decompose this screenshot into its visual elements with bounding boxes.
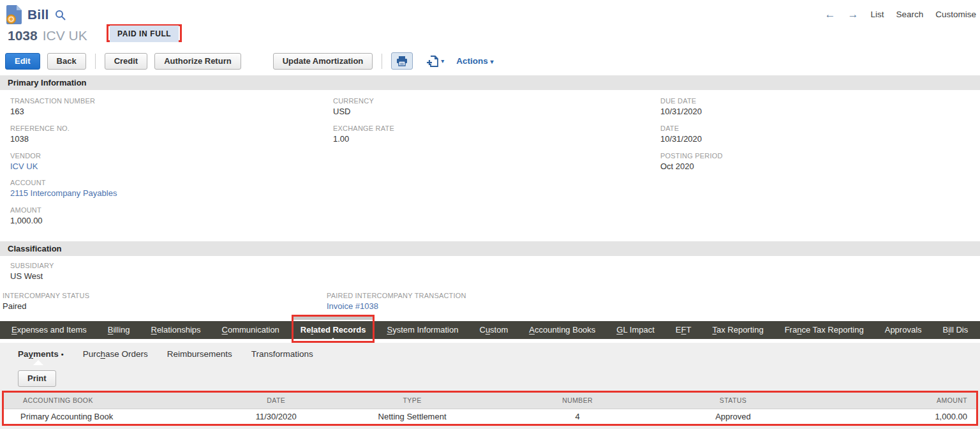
col-accounting-book: ACCOUNTING BOOK	[4, 393, 218, 409]
field-due-date: DUE DATE 10/31/2020	[660, 97, 702, 116]
subtab-payments[interactable]: Payments•	[18, 349, 64, 359]
toolbar: Edit Back Credit Authorize Return Update…	[5, 52, 494, 70]
related-records-panel: Payments• Purchase Orders Reimbursements…	[0, 343, 980, 429]
bill-record-page: Bill ← → List Search Customise 1038 ICV …	[0, 0, 980, 429]
tab-relationships[interactable]: Relationships	[151, 321, 200, 339]
tab-approvals[interactable]: Approvals	[885, 321, 922, 339]
cell-status: Approved	[665, 409, 801, 424]
paired-invoice-link[interactable]: Invoice #1038	[327, 301, 466, 311]
credit-button[interactable]: Credit	[105, 53, 148, 70]
tab-system-information[interactable]: System Information	[387, 321, 458, 339]
cell-number: 4	[490, 409, 665, 424]
record-tabbar: Expenses and Items Billing Relationships…	[0, 321, 980, 339]
field-transaction-number: TRANSACTION NUMBER 163	[10, 97, 95, 116]
search-link[interactable]: Search	[896, 10, 923, 19]
authorize-return-button[interactable]: Authorize Return	[154, 53, 241, 70]
tab-custom[interactable]: Custom	[479, 321, 508, 339]
payments-table: ACCOUNTING BOOK DATE TYPE NUMBER STATUS …	[4, 393, 976, 424]
tab-related-records[interactable]: Related Records	[301, 321, 366, 339]
col-type: TYPE	[334, 393, 490, 409]
print-button[interactable]: Print	[18, 370, 56, 387]
forward-arrow-icon[interactable]: →	[847, 9, 858, 20]
tab-communication[interactable]: Communication	[222, 321, 279, 339]
tab-tax-reporting[interactable]: Tax Reporting	[712, 321, 763, 339]
field-currency: CURRENCY USD	[333, 97, 374, 116]
record-type-title: Bill	[27, 7, 48, 22]
print-icon[interactable]	[391, 52, 413, 70]
payments-table-annotation-box: ACCOUNTING BOOK DATE TYPE NUMBER STATUS …	[2, 391, 978, 426]
active-subtab-bullet: •	[61, 350, 64, 358]
active-tab-pointer	[329, 338, 338, 343]
account-link[interactable]: 2115 Intercompany Payables	[10, 188, 117, 198]
primary-information-header[interactable]: Primary Information	[0, 75, 980, 90]
toolbar-separator	[382, 54, 382, 69]
app-header: Bill	[6, 5, 66, 24]
field-intercompany-status: INTERCOMPANY STATUS Paired	[3, 292, 89, 311]
col-status: STATUS	[665, 393, 801, 409]
field-paired-intercompany-transaction: PAIRED INTERCOMPANY TRANSACTION Invoice …	[327, 292, 466, 311]
toolbar-separator	[95, 54, 96, 69]
back-arrow-icon[interactable]: ←	[824, 9, 835, 20]
header-nav: ← → List Search Customise	[824, 9, 976, 20]
bill-record-icon	[6, 5, 22, 24]
search-icon[interactable]	[55, 10, 66, 20]
col-date: DATE	[218, 393, 334, 409]
field-amount: AMOUNT 1,000.00	[10, 206, 43, 225]
field-vendor: VENDOR ICV UK	[10, 152, 41, 171]
chevron-down-icon: ▾	[491, 58, 494, 65]
classification-header[interactable]: Classification	[0, 241, 980, 256]
update-amortization-button[interactable]: Update Amortization	[273, 53, 373, 70]
tab-accounting-books[interactable]: Accounting Books	[529, 321, 595, 339]
status-stamp: PAID IN FULL	[110, 26, 179, 42]
record-title-row: 1038 ICV UK PAID IN FULL	[8, 28, 87, 43]
field-reference-no: REFERENCE NO. 1038	[10, 124, 70, 144]
transaction-number-title: 1038	[8, 28, 38, 43]
add-record-icon	[426, 55, 439, 68]
actions-menu-button[interactable]: Actions ▾	[456, 56, 493, 66]
cell-amount: 1,000.00	[801, 409, 976, 424]
field-account: ACCOUNT 2115 Intercompany Payables	[10, 179, 117, 198]
vendor-link[interactable]: ICV UK	[10, 162, 41, 171]
field-date: DATE 10/31/2020	[660, 124, 702, 144]
table-header-row: ACCOUNTING BOOK DATE TYPE NUMBER STATUS …	[4, 393, 976, 409]
paid-in-full-annotation-box: PAID IN FULL	[107, 24, 182, 42]
active-subtab-pointer	[33, 360, 43, 365]
cell-type: Netting Settlement	[334, 409, 490, 424]
entity-title: ICV UK	[43, 28, 87, 43]
col-number: NUMBER	[490, 393, 665, 409]
tab-eft[interactable]: EFT	[676, 321, 692, 339]
chevron-down-icon: ▾	[441, 58, 444, 64]
cell-date-link[interactable]: 11/30/2020	[218, 409, 334, 424]
tab-bill-distributions[interactable]: Bill Dis	[943, 321, 969, 339]
edit-button[interactable]: Edit	[5, 53, 40, 70]
subtab-transformations[interactable]: Transformations	[251, 349, 313, 359]
back-button[interactable]: Back	[47, 53, 86, 70]
list-link[interactable]: List	[870, 10, 884, 19]
cell-accounting-book: Primary Accounting Book	[4, 409, 218, 424]
field-exchange-rate: EXCHANGE RATE 1.00	[333, 124, 394, 144]
tab-expenses-and-items[interactable]: Expenses and Items	[11, 321, 87, 339]
tab-france-tax-reporting[interactable]: France Tax Reporting	[785, 321, 864, 339]
field-subsidiary: SUBSIDIARY US West	[10, 262, 54, 281]
subtab-purchase-orders[interactable]: Purchase Orders	[83, 349, 148, 359]
tab-billing[interactable]: Billing	[108, 321, 130, 339]
related-records-subtabs: Payments• Purchase Orders Reimbursements…	[18, 349, 313, 359]
col-amount: AMOUNT	[801, 393, 976, 409]
table-row: Primary Accounting Book 11/30/2020 Netti…	[4, 409, 976, 424]
subtab-reimbursements[interactable]: Reimbursements	[167, 349, 232, 359]
add-record-control[interactable]: ▾	[426, 55, 444, 68]
field-posting-period: POSTING PERIOD Oct 2020	[660, 152, 723, 171]
tab-gl-impact[interactable]: GL Impact	[616, 321, 655, 339]
customise-link[interactable]: Customise	[935, 10, 976, 19]
